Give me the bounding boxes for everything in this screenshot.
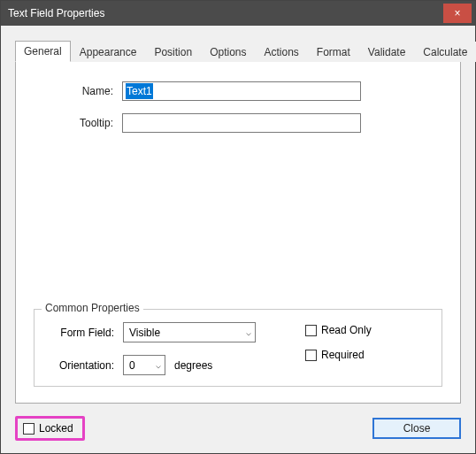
- row-orientation: Orientation: 0 ⌵ degrees: [47, 355, 305, 375]
- tab-position[interactable]: Position: [145, 42, 201, 62]
- checkbox-box: [23, 423, 35, 435]
- tooltip-label: Tooltip:: [34, 117, 122, 129]
- orientation-unit: degrees: [174, 359, 212, 372]
- checkbox-box: [305, 350, 317, 361]
- tabpanel-general: Name: Text1 Tooltip: Common Properties F…: [15, 61, 461, 404]
- required-checkbox[interactable]: Required: [305, 349, 429, 361]
- dialog-footer: Locked Close: [15, 404, 461, 441]
- tab-format[interactable]: Format: [308, 42, 359, 62]
- close-button-label: Close: [403, 422, 431, 435]
- required-label: Required: [321, 349, 365, 361]
- checkbox-box: [305, 325, 317, 336]
- titlebar: Text Field Properties ×: [1, 1, 475, 26]
- row-tooltip: Tooltip:: [34, 113, 442, 133]
- form-field-value: Visible: [129, 327, 160, 339]
- spacer: [34, 145, 442, 302]
- chevron-down-icon: ⌵: [246, 327, 251, 337]
- tab-validate[interactable]: Validate: [359, 42, 414, 62]
- form-field-select[interactable]: Visible ⌵: [123, 322, 256, 342]
- common-properties-legend: Common Properties: [42, 302, 143, 314]
- orientation-select[interactable]: 0 ⌵: [123, 355, 165, 375]
- orientation-value: 0: [129, 359, 135, 372]
- read-only-label: Read Only: [321, 324, 372, 336]
- locked-checkbox[interactable]: Locked: [23, 422, 73, 435]
- tab-appearance[interactable]: Appearance: [71, 42, 146, 62]
- name-field[interactable]: Text1: [122, 81, 361, 101]
- close-icon[interactable]: ×: [443, 4, 472, 23]
- orientation-label: Orientation:: [47, 359, 123, 372]
- form-field-label: Form Field:: [47, 327, 123, 339]
- window-title: Text Field Properties: [8, 7, 443, 19]
- tab-actions[interactable]: Actions: [255, 42, 307, 62]
- row-name: Name: Text1: [34, 81, 442, 101]
- common-properties-group: Common Properties Form Field: Visible ⌵ …: [34, 309, 442, 387]
- close-button[interactable]: Close: [372, 418, 461, 439]
- tab-calculate[interactable]: Calculate: [414, 42, 476, 62]
- name-label: Name:: [34, 85, 122, 97]
- tab-options[interactable]: Options: [201, 42, 255, 62]
- read-only-checkbox[interactable]: Read Only: [305, 324, 429, 336]
- locked-label: Locked: [39, 422, 73, 435]
- properties-window: Text Field Properties × General Appearan…: [0, 0, 476, 454]
- client-area: General Appearance Position Options Acti…: [1, 26, 475, 453]
- tooltip-field[interactable]: [122, 113, 361, 133]
- locked-highlight: Locked: [15, 416, 85, 441]
- name-value: Text1: [126, 83, 153, 99]
- tabstrip: General Appearance Position Options Acti…: [15, 40, 461, 61]
- tab-general[interactable]: General: [15, 41, 71, 62]
- chevron-down-icon: ⌵: [156, 360, 161, 370]
- row-form-field: Form Field: Visible ⌵: [47, 322, 305, 342]
